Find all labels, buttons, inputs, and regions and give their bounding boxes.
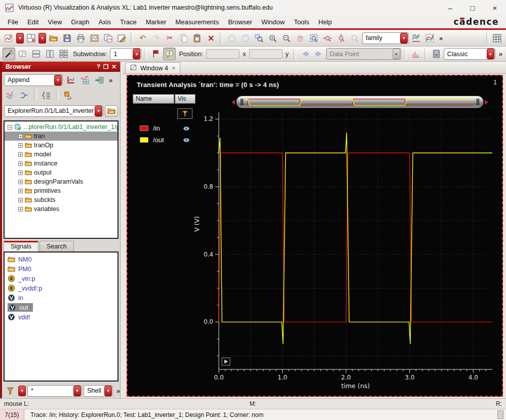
signal-split-icon[interactable] [18, 89, 31, 102]
expand-icon[interactable]: + [18, 189, 23, 193]
tree-item-tran[interactable]: +tran [5, 132, 118, 141]
grid-multi-icon[interactable] [57, 48, 70, 60]
new-waveform-dropdown-icon[interactable]: ▾ [16, 33, 24, 44]
export-image-icon[interactable] [88, 32, 101, 45]
menu-trace[interactable]: Trace [115, 17, 141, 27]
menu-axis[interactable]: Axis [94, 17, 115, 27]
signal-item-vdd-[interactable]: vdd! [6, 312, 116, 322]
expand-icon[interactable]: + [18, 180, 23, 184]
list-brace-icon[interactable] [40, 89, 53, 102]
pan-hand-icon[interactable] [294, 32, 306, 45]
overflow-chevron-icon[interactable]: » [116, 387, 120, 395]
family-select-dropdown-icon[interactable]: ▾ [400, 33, 408, 44]
signal-item--vvdd-p[interactable]: _vvdd!:p [6, 283, 116, 293]
zoom-fit-icon[interactable] [307, 32, 320, 45]
waveform-plot[interactable]: 0.01.02.03.04.00.00.40.81.2time (ns)V (V… [192, 109, 496, 393]
trace-row-out[interactable]: /out [133, 134, 196, 146]
expand-icon[interactable]: + [18, 198, 23, 202]
magic-wand-icon[interactable] [3, 48, 15, 60]
float-button[interactable]: ❐ [103, 63, 108, 70]
cards-icon[interactable] [16, 48, 29, 60]
pan-prev-icon[interactable] [225, 32, 238, 45]
redo-icon[interactable]: ↷ [150, 32, 163, 45]
copy-graph-icon[interactable] [102, 32, 114, 45]
plot-canvas[interactable]: Transient Analysis `tran': time = (0 s -… [127, 75, 503, 397]
help-button[interactable]: ? [97, 63, 100, 70]
menu-edit[interactable]: Edit [23, 17, 43, 27]
legend-vis-header[interactable]: Vis [175, 94, 196, 104]
overflow-chevron-icon[interactable]: » [109, 76, 112, 84]
filter-pattern-select[interactable]: *▾ [27, 385, 82, 397]
append-mode-select-dropdown-icon[interactable]: ▾ [54, 75, 62, 86]
tree-item-subckts[interactable]: +subckts [5, 195, 118, 204]
menu-view[interactable]: View [43, 17, 66, 27]
status-scrollbar[interactable] [497, 410, 503, 419]
undo-icon[interactable]: ↶ [136, 32, 149, 45]
tab-search[interactable]: Search [40, 241, 74, 251]
tree-item-designParamVals[interactable]: +designParamVals [5, 177, 118, 186]
zoom-out-icon[interactable] [280, 32, 293, 45]
filter-funnel-icon[interactable] [4, 385, 17, 397]
record-select-icon[interactable] [62, 89, 74, 102]
signal-item-nm0[interactable]: NM0 [6, 255, 116, 264]
tree-item-primitives[interactable]: +primitives [5, 186, 118, 195]
hist-icon[interactable] [409, 48, 422, 60]
copy-icon[interactable] [177, 32, 190, 45]
tree-item-instance[interactable]: +instance [5, 159, 118, 168]
waves-icon[interactable] [4, 89, 17, 102]
cut-icon[interactable]: ✂ [164, 32, 176, 45]
wave-table-icon[interactable] [79, 74, 91, 87]
plot-axes-icon[interactable] [64, 74, 77, 87]
strip-chart-icon[interactable] [410, 32, 422, 45]
expand-icon[interactable]: + [18, 152, 23, 157]
signal-item-out[interactable]: out [6, 303, 116, 312]
open-folder-icon[interactable] [47, 32, 60, 45]
split-cols-icon[interactable] [44, 48, 56, 60]
scroll-left-icon[interactable] [229, 100, 235, 105]
close-button[interactable]: × [484, 0, 506, 15]
signal-item-pm0[interactable]: PM0 [6, 264, 116, 274]
collapse-icon[interactable]: − [8, 125, 12, 130]
window-layout-dropdown-icon[interactable]: ▾ [38, 33, 46, 44]
split-rows-icon[interactable] [30, 48, 43, 60]
signal-item--vin-p[interactable]: _vin:p [6, 274, 116, 283]
datapoint-select-dropdown-icon[interactable]: ▾ [393, 49, 400, 59]
expand-icon[interactable]: + [18, 143, 23, 148]
menu-graph[interactable]: Graph [66, 17, 94, 27]
tree-root[interactable]: −...plorerRun.0/1/Lab1_inverter_1/psf [5, 122, 118, 132]
delete-icon[interactable]: × [205, 32, 217, 45]
edit-graph-icon[interactable] [115, 32, 128, 45]
style-select-dropdown-icon[interactable]: ▾ [487, 49, 494, 59]
window-layout-icon[interactable] [25, 32, 37, 45]
replay-button[interactable] [222, 358, 230, 365]
position-x-input[interactable] [206, 49, 240, 59]
datapoint-select[interactable]: Data Point▾ [326, 48, 401, 60]
scrollbar-grip-right[interactable] [477, 99, 479, 105]
minimize-button[interactable]: – [439, 0, 461, 15]
table-icon[interactable] [491, 32, 503, 45]
tree-item-variables[interactable]: +variables [5, 204, 118, 214]
overview-scrollbar[interactable] [229, 95, 491, 109]
paste-icon[interactable] [191, 32, 204, 45]
expand-icon[interactable]: + [18, 207, 23, 212]
tab-close-icon[interactable]: × [172, 64, 176, 72]
tree-item-tranOp[interactable]: +tranOp [5, 141, 118, 150]
close-panel-button[interactable]: ✕ [111, 63, 116, 70]
export-table-icon[interactable] [93, 74, 105, 87]
scrollbar-handle[interactable] [236, 96, 484, 108]
scrollbar-grip-left[interactable] [241, 99, 243, 105]
signal-item-in[interactable]: in [6, 293, 116, 303]
menu-marker[interactable]: Marker [141, 17, 171, 27]
tab-window-4[interactable]: Window 4 × [125, 62, 180, 73]
pan-next-icon[interactable] [239, 32, 252, 45]
family-select[interactable]: family▾ [362, 32, 409, 44]
zoom-box-icon[interactable] [253, 32, 265, 45]
nav-right-icon[interactable] [313, 48, 325, 60]
results-path-select[interactable]: ExplorerRun.0/1/Lab1_inverter_1/psf▾ [4, 105, 103, 117]
style-select[interactable]: Classic▾ [444, 48, 495, 60]
browser-panel-header[interactable]: Browser ?❐✕ [2, 62, 120, 72]
overflow-chevron-icon[interactable]: » [439, 34, 443, 42]
menu-measurements[interactable]: Measurements [171, 17, 223, 27]
maximize-button[interactable]: □ [461, 0, 484, 15]
menu-window[interactable]: Window [257, 17, 289, 27]
